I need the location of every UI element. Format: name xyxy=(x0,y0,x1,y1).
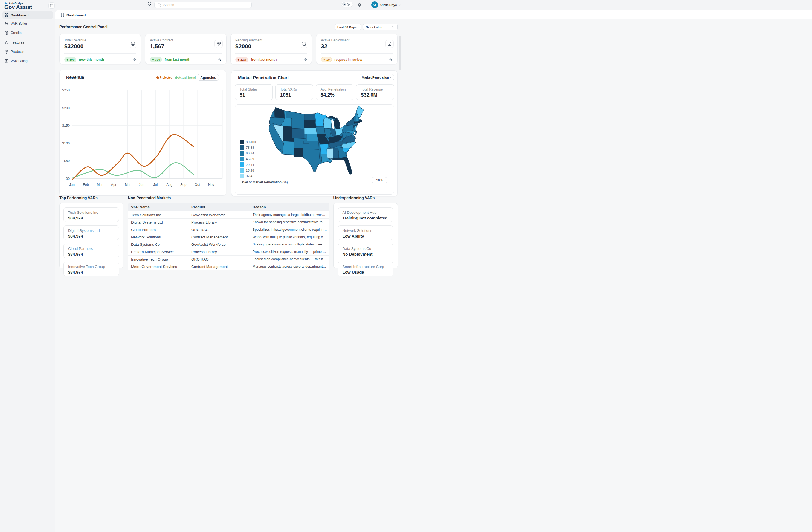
svg-text:Nov: Nov xyxy=(208,183,215,187)
svg-text:Feb: Feb xyxy=(83,183,89,187)
svg-text:$100: $100 xyxy=(62,142,70,145)
svg-text:$50: $50 xyxy=(64,159,70,163)
svg-text:Aug: Aug xyxy=(166,183,172,187)
svg-text:Apr: Apr xyxy=(111,183,116,187)
svg-text:Mai: Mai xyxy=(125,183,130,187)
svg-text:$150: $150 xyxy=(62,124,70,128)
svg-text:Mar: Mar xyxy=(97,183,103,187)
svg-text:Jan: Jan xyxy=(69,183,75,187)
svg-text:Jun: Jun xyxy=(139,183,144,187)
svg-text:$250: $250 xyxy=(62,88,70,92)
svg-text:$200: $200 xyxy=(62,106,70,110)
svg-text:Jul: Jul xyxy=(153,183,158,187)
svg-text:00: 00 xyxy=(66,177,70,181)
svg-text:Oct: Oct xyxy=(194,183,200,187)
svg-text:Sep: Sep xyxy=(180,183,186,187)
